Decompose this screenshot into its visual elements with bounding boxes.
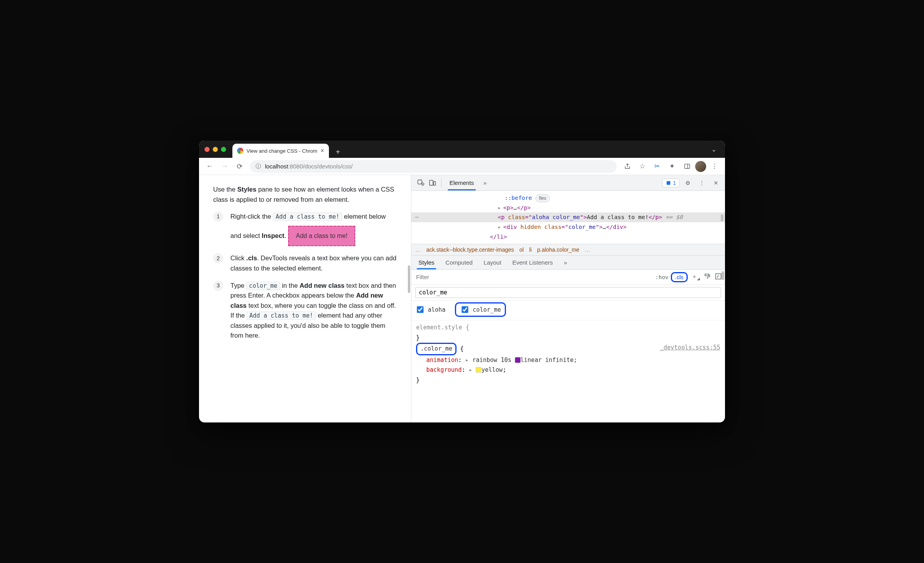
close-tab-icon[interactable]: × (320, 147, 324, 154)
rule-selector-color-me[interactable]: .color_me (416, 343, 457, 355)
minimize-window-button[interactable] (213, 147, 218, 152)
dom-node[interactable]: ▸<div hidden class="color_me">…</div> (415, 222, 721, 232)
svg-rect-0 (685, 164, 690, 168)
issues-badge[interactable]: 1 (662, 179, 679, 187)
code-inline: Add a class to me! (247, 311, 316, 320)
step-2: 2 Click .cls. DevTools reveals a text bo… (213, 253, 397, 273)
breadcrumb-item[interactable]: ack.stack--block.type.center-images (426, 247, 514, 253)
window-controls (205, 147, 226, 152)
tab-more-icon[interactable]: » (479, 175, 491, 190)
css-property[interactable]: animation (426, 356, 458, 364)
step-number: 3 (213, 281, 223, 291)
svg-rect-5 (667, 181, 670, 185)
paint-icon[interactable] (704, 273, 711, 281)
tab-title: View and change CSS - Chrom (247, 148, 317, 154)
kebab-menu-icon[interactable]: ⋮ (696, 177, 708, 189)
close-window-button[interactable] (205, 147, 210, 152)
close-devtools-icon[interactable]: ✕ (710, 177, 722, 189)
reload-button[interactable]: ⟳ (233, 160, 246, 173)
profile-avatar[interactable] (695, 161, 706, 172)
menu-icon[interactable]: ⋮ (708, 160, 721, 173)
dom-node[interactable]: ::before flex (415, 193, 721, 203)
steps-list: 1 Right-click the Add a class to me! ele… (213, 212, 397, 341)
ellipsis-icon[interactable]: ⋯ (415, 212, 419, 222)
demo-element[interactable]: Add a class to me! (288, 226, 356, 247)
address-bar[interactable]: ⓘ localhost:8080/docs/devtools/css/ (250, 160, 617, 173)
class-toggles: aloha color_me (411, 301, 725, 320)
styles-subtabs: Styles Computed Layout Event Listeners » (411, 256, 725, 270)
share-icon[interactable] (621, 160, 634, 173)
scrollbar-thumb[interactable] (721, 214, 723, 221)
cls-toggle[interactable]: .cls (671, 272, 688, 282)
css-rules[interactable]: element.style { } .color_me { _devtools.… (411, 320, 725, 422)
dom-node-selected[interactable]: ⋯ <p class="aloha color_me">Add a class … (411, 212, 725, 222)
forward-button[interactable]: → (218, 160, 231, 173)
scrollbar-thumb[interactable] (408, 265, 410, 293)
flex-badge[interactable]: flex (535, 194, 550, 202)
css-property[interactable]: background (426, 366, 462, 373)
maximize-window-button[interactable] (221, 147, 226, 152)
subtab-event-listeners[interactable]: Event Listeners (507, 256, 558, 269)
settings-icon[interactable]: ⚙ (682, 177, 694, 189)
styles-toolbar: :hov .cls ＋◢ (411, 270, 725, 285)
svg-rect-3 (429, 180, 433, 185)
breadcrumb-item[interactable]: p.aloha.color_me (537, 247, 579, 253)
extensions-icon[interactable]: ✦ (665, 160, 679, 173)
content-area: Use the Styles pane to see how an elemen… (199, 175, 725, 422)
rule-source-link[interactable]: _devtools.scss:55 (660, 343, 720, 353)
url-text: localhost:8080/docs/devtools/css/ (265, 163, 352, 170)
dom-breadcrumbs[interactable]: … ack.stack--block.type.center-images ol… (411, 244, 725, 256)
breadcrumb-more-left[interactable]: … (415, 247, 421, 253)
svg-rect-4 (433, 181, 435, 185)
step-3: 3 Type color_me in the Add new class tex… (213, 281, 397, 341)
chrome-icon (237, 148, 243, 154)
hov-toggle[interactable]: :hov (653, 273, 671, 281)
subtab-layout[interactable]: Layout (478, 256, 507, 269)
computed-toggle-icon[interactable] (715, 273, 722, 281)
panel-icon[interactable] (680, 160, 694, 173)
filter-input[interactable] (415, 271, 653, 283)
scissors-icon[interactable]: ✂ (650, 160, 664, 173)
color-swatch-icon[interactable] (476, 367, 481, 373)
step-1: 1 Right-click the Add a class to me! ele… (213, 212, 397, 246)
rule-selector[interactable]: element.style { (416, 324, 469, 331)
class-toggle-aloha[interactable]: aloha (415, 305, 446, 314)
device-mode-icon[interactable] (426, 177, 438, 189)
new-rule-icon[interactable]: ＋◢ (692, 273, 700, 281)
dom-node[interactable]: </li> (415, 232, 721, 242)
bookmark-icon[interactable]: ☆ (635, 160, 649, 173)
toolbar: ← → ⟳ ⓘ localhost:8080/docs/devtools/css… (199, 158, 725, 175)
tab-elements[interactable]: Elements (445, 175, 479, 190)
step-number: 1 (213, 212, 223, 222)
subtab-styles[interactable]: Styles (413, 256, 440, 269)
class-toggle-color-me[interactable]: color_me (455, 302, 506, 317)
expand-tabs-icon[interactable]: ⌄ (708, 146, 719, 153)
svg-rect-6 (716, 274, 721, 279)
devtools-pane: Elements » 1 ⚙ ⋮ ✕ ::before flex (411, 175, 725, 422)
new-tab-button[interactable]: + (332, 146, 344, 158)
titlebar: View and change CSS - Chrom × + ⌄ (199, 141, 725, 158)
breadcrumb-item[interactable]: ol (519, 247, 524, 253)
add-class-input[interactable] (415, 287, 721, 298)
intro-text: Use the Styles pane to see how an elemen… (213, 185, 397, 205)
scrollbar-thumb[interactable] (721, 271, 724, 280)
browser-window: View and change CSS - Chrom × + ⌄ ← → ⟳ … (199, 141, 725, 422)
easing-swatch-icon[interactable] (515, 357, 520, 363)
dom-node[interactable]: ▸<p>…</p> (415, 203, 721, 213)
subtab-more-icon[interactable]: » (559, 256, 573, 269)
site-info-icon[interactable]: ⓘ (256, 163, 261, 170)
tab-strip: View and change CSS - Chrom × + (232, 141, 344, 158)
dom-tree[interactable]: ::before flex ▸<p>…</p> ⋯ <p class="aloh… (411, 191, 725, 244)
add-class-row (411, 285, 725, 301)
step-number: 2 (213, 253, 223, 263)
code-inline: color_me (246, 282, 280, 290)
browser-tab[interactable]: View and change CSS - Chrom × (232, 144, 329, 158)
checkbox[interactable] (417, 306, 424, 313)
subtab-computed[interactable]: Computed (440, 256, 478, 269)
breadcrumb-item[interactable]: li (529, 247, 531, 253)
back-button[interactable]: ← (203, 160, 216, 173)
page-content: Use the Styles pane to see how an elemen… (199, 175, 411, 422)
inspect-icon[interactable] (415, 177, 426, 189)
checkbox[interactable] (462, 306, 468, 313)
breadcrumb-more-right[interactable]: … (585, 247, 590, 253)
